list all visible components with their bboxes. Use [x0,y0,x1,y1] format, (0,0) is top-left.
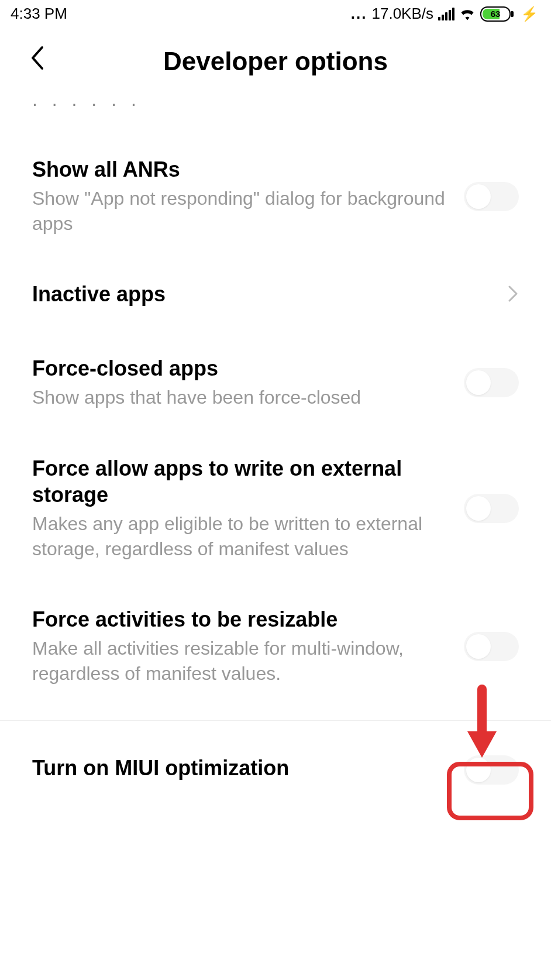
battery-percent: 63 [481,9,509,19]
network-speed: 17.0KB/s [371,5,433,23]
annotation-highlight-box [447,762,533,820]
setting-description: Makes any app eligible to be written to … [32,511,452,562]
charging-icon: ⚡ [521,6,538,22]
setting-title: Force-closed apps [32,355,452,381]
cellular-signal-icon [438,8,454,20]
setting-description: Show "App not responding" dialog for bac… [32,186,452,236]
svg-rect-0 [477,685,487,736]
status-right: ... 17.0KB/s 63 ⚡ [351,5,538,23]
partial-previous-row: . . . . . . [0,89,551,134]
setting-force-external-storage[interactable]: Force allow apps to write on external st… [0,433,551,584]
wifi-icon [459,8,476,20]
chevron-right-icon [507,284,519,308]
status-bar: 4:33 PM ... 17.0KB/s 63 ⚡ [0,0,551,27]
setting-show-all-anrs[interactable]: Show all ANRs Show "App not responding" … [0,134,551,259]
setting-force-closed-apps[interactable]: Force-closed apps Show apps that have be… [0,333,551,432]
setting-title: Show all ANRs [32,156,452,183]
toggle-switch[interactable] [464,494,519,523]
page-header: Developer options [0,27,551,89]
annotation-arrow-icon [464,685,500,761]
setting-title: Turn on MIUI optimization [32,755,452,781]
setting-title: Force activities to be resizable [32,606,452,632]
setting-description: Make all activities resizable for multi-… [32,636,452,686]
back-button[interactable] [29,45,64,77]
toggle-switch[interactable] [464,368,519,397]
toggle-switch[interactable] [464,182,519,211]
battery-icon: 63 [480,6,514,22]
status-time: 4:33 PM [11,5,67,23]
page-title: Developer options [64,47,551,76]
setting-inactive-apps[interactable]: Inactive apps [0,259,551,333]
toggle-switch[interactable] [464,632,519,661]
setting-title: Inactive apps [32,281,495,307]
more-icon: ... [351,5,367,23]
setting-title: Force allow apps to write on external st… [32,455,452,508]
setting-description: Show apps that have been force-closed [32,385,452,410]
